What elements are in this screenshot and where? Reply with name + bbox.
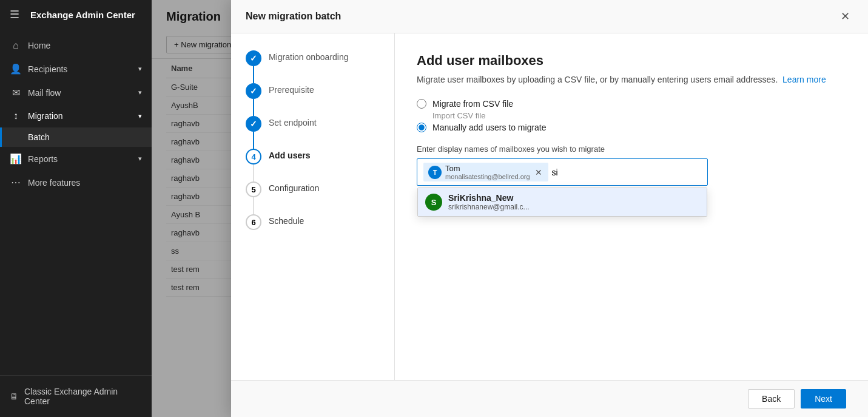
users-input-label: Enter display names of mailboxes you wis… [417, 144, 846, 154]
chevron-down-icon: ▾ [138, 65, 142, 73]
home-icon: ⌂ [10, 40, 22, 51]
wizard-content: Add user mailboxes Migrate user mailboxe… [395, 33, 868, 380]
wizard-step-circle-add-users: 4 [246, 149, 261, 164]
sidebar-sub-item-label-batch: Batch [28, 132, 50, 142]
sidebar-item-batch[interactable]: Batch [0, 127, 152, 147]
sidebar-item-recipients[interactable]: 👤 Recipients ▾ [0, 57, 152, 81]
modal-header: New migration batch ✕ [231, 0, 868, 33]
wizard-section-title: Add user mailboxes [417, 53, 846, 69]
chevron-down-icon-reports: ▾ [138, 155, 142, 163]
user-tag-remove-tom[interactable]: ✕ [534, 168, 543, 177]
radio-option-csv[interactable]: Migrate from CSV file [417, 99, 846, 109]
user-tag-tom: T Tom monalisatesting@bellred.org ✕ [423, 163, 548, 181]
sidebar-item-home[interactable]: ⌂ Home [0, 34, 152, 57]
check-icon: ✓ [250, 53, 257, 63]
next-button[interactable]: Next [801, 389, 846, 409]
wizard-step-add-users: 4Add users [231, 149, 394, 181]
radio-group: Migrate from CSV file Import CSV file Ma… [417, 99, 846, 132]
sidebar-nav: ⌂ Home 👤 Recipients ▾ ✉ Mail flow ▾ ↕ Mi… [0, 29, 152, 375]
wizard-step-schedule: 6Schedule [231, 214, 394, 247]
wizard-step-label-migration-onboarding: Migration onboarding [269, 50, 349, 62]
sidebar: ☰ Exchange Admin Center ⌂ Home 👤 Recipie… [0, 0, 152, 417]
wizard-step-set-endpoint: ✓Set endpoint [231, 116, 394, 149]
radio-option-manual[interactable]: Manually add users to migrate [417, 123, 846, 132]
reports-icon: 📊 [10, 153, 22, 164]
suggestion-avatar-srikrishna: S [425, 194, 442, 211]
user-tag-avatar-tom: T [428, 166, 442, 179]
csv-radio-label: Migrate from CSV file [432, 99, 513, 109]
recipients-icon: 👤 [10, 63, 22, 75]
wizard-step-circle-migration-onboarding: ✓ [246, 50, 261, 66]
check-icon: ✓ [250, 86, 257, 96]
csv-radio[interactable] [417, 99, 426, 109]
wizard-step-circle-configuration: 5 [246, 181, 261, 197]
sidebar-bottom: 🖥 Classic Exchange Admin Center [0, 375, 152, 417]
wizard-step-circle-schedule: 6 [246, 214, 261, 230]
suggestion-email: srikrishnanew@gmail.c... [448, 203, 530, 211]
main-content: Migration + New migration batch Name G-S… [152, 0, 868, 417]
classic-icon: 🖥 [10, 392, 18, 401]
sidebar-item-reports[interactable]: 📊 Reports ▾ [0, 147, 152, 171]
sidebar-item-label-migration: Migration [28, 111, 132, 121]
chevron-down-icon-mail: ▾ [138, 89, 142, 97]
modal-close-button[interactable]: ✕ [837, 8, 853, 24]
wizard-step-circle-set-endpoint: ✓ [246, 116, 261, 132]
modal-footer: Back Next [231, 380, 868, 417]
modal-panel: New migration batch ✕ ✓Migration onboard… [231, 0, 868, 417]
suggestion-name: SriKrishna_New [448, 193, 530, 203]
learn-more-link[interactable]: Learn more [782, 75, 826, 84]
wizard-steps: ✓Migration onboarding✓Prerequisite✓Set e… [231, 33, 395, 380]
migration-icon: ↕ [10, 110, 22, 121]
suggestion-dropdown: S SriKrishna_New srikrishnanew@gmail.c..… [417, 188, 707, 217]
wizard-description: Migrate user mailboxes by uploading a CS… [417, 75, 846, 84]
user-tag-name-tom: Tom [445, 164, 530, 173]
sidebar-item-migration[interactable]: ↕ Migration ▾ [0, 104, 152, 127]
wizard-step-circle-prerequisite: ✓ [246, 83, 261, 99]
wizard-step-label-prerequisite: Prerequisite [269, 83, 314, 95]
sidebar-item-label-more-features: More features [28, 178, 142, 188]
wizard-step-migration-onboarding: ✓Migration onboarding [231, 50, 394, 83]
back-button[interactable]: Back [748, 389, 795, 409]
mail-flow-icon: ✉ [10, 87, 22, 98]
more-features-icon: ⋯ [10, 177, 22, 188]
wizard-step-label-schedule: Schedule [269, 214, 304, 226]
manual-radio-label: Manually add users to migrate [432, 123, 547, 132]
sidebar-item-label-reports: Reports [28, 154, 132, 164]
sidebar-item-mail-flow[interactable]: ✉ Mail flow ▾ [0, 81, 152, 104]
modal-title: New migration batch [246, 11, 341, 22]
users-text-input[interactable] [552, 168, 701, 177]
sidebar-item-classic[interactable]: 🖥 Classic Exchange Admin Center [10, 382, 142, 411]
sidebar-header: ☰ Exchange Admin Center [0, 0, 152, 29]
check-icon: ✓ [250, 119, 257, 129]
wizard-step-prerequisite: ✓Prerequisite [231, 83, 394, 116]
sidebar-item-label-recipients: Recipients [28, 64, 132, 74]
wizard-step-configuration: 5Configuration [231, 181, 394, 214]
users-input-box[interactable]: T Tom monalisatesting@bellred.org ✕ [417, 158, 708, 186]
manual-radio[interactable] [417, 123, 426, 132]
sidebar-item-label-mail-flow: Mail flow [28, 88, 132, 98]
sidebar-item-label-home: Home [28, 41, 142, 50]
modal-overlay: New migration batch ✕ ✓Migration onboard… [152, 0, 868, 417]
modal-body: ✓Migration onboarding✓Prerequisite✓Set e… [231, 33, 868, 380]
hamburger-icon[interactable]: ☰ [10, 8, 19, 21]
app-title: Exchange Admin Center [30, 10, 135, 20]
wizard-step-label-add-users: Add users [269, 149, 310, 160]
sidebar-item-more-features[interactable]: ⋯ More features [0, 171, 152, 194]
suggestion-item-srikrishna[interactable]: S SriKrishna_New srikrishnanew@gmail.c..… [418, 188, 707, 216]
sidebar-classic-label: Classic Exchange Admin Center [24, 387, 142, 406]
chevron-up-icon: ▾ [138, 112, 142, 120]
user-tag-email-tom: monalisatesting@bellred.org [445, 173, 530, 180]
wizard-step-label-configuration: Configuration [269, 181, 319, 193]
wizard-step-label-set-endpoint: Set endpoint [269, 116, 317, 127]
csv-sublabel: Import CSV file [432, 111, 846, 120]
